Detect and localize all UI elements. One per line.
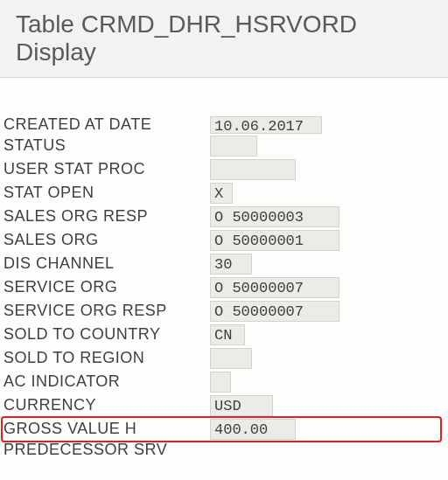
field-value[interactable]: O 50000001 bbox=[210, 230, 340, 251]
field-value[interactable] bbox=[210, 348, 252, 369]
field-row-created-at-date: CREATED AT DATE 10.06.2017 bbox=[0, 115, 448, 134]
field-row-dis-channel: DIS CHANNEL 30 bbox=[0, 252, 448, 275]
field-value[interactable] bbox=[210, 136, 257, 157]
field-row-status: STATUS bbox=[0, 134, 448, 157]
field-row-ac-indicator: AC INDICATOR bbox=[0, 370, 448, 393]
field-row-service-org-resp: SERVICE ORG RESP O 50000007 bbox=[0, 299, 448, 323]
field-value[interactable]: O 50000003 bbox=[210, 206, 340, 227]
field-label: USER STAT PROC bbox=[4, 160, 210, 178]
field-row-predecessor-srv: PREDECESSOR SRV bbox=[0, 441, 448, 456]
field-value[interactable]: USD bbox=[210, 395, 273, 416]
field-label: DIS CHANNEL bbox=[4, 254, 210, 273]
field-value[interactable]: 30 bbox=[210, 254, 252, 275]
field-label: CURRENCY bbox=[4, 396, 210, 414]
field-list: CREATED AT DATE 10.06.2017 STATUS USER S… bbox=[0, 115, 448, 456]
field-row-sold-to-country: SOLD TO COUNTRY CN bbox=[0, 323, 448, 346]
field-row-stat-open: STAT OPEN X bbox=[0, 181, 448, 205]
field-label: GROSS VALUE H bbox=[4, 420, 210, 438]
field-label: CREATED AT DATE bbox=[4, 115, 210, 134]
field-value[interactable]: 400.00 bbox=[210, 419, 296, 440]
field-label: STAT OPEN bbox=[4, 184, 210, 202]
field-label: SOLD TO REGION bbox=[4, 349, 210, 367]
field-row-gross-value-h: GROSS VALUE H 400.00 bbox=[0, 417, 448, 441]
field-value[interactable]: CN bbox=[210, 324, 245, 345]
title-bar: Table CRMD_DHR_HSRVORD Display bbox=[0, 0, 448, 78]
field-value[interactable]: O 50000007 bbox=[210, 277, 340, 298]
field-row-user-stat-proc: USER STAT PROC bbox=[0, 157, 448, 181]
field-label: SOLD TO COUNTRY bbox=[4, 325, 210, 344]
field-label: SALES ORG bbox=[4, 231, 210, 249]
field-row-currency: CURRENCY USD bbox=[0, 393, 448, 417]
page-title: Table CRMD_DHR_HSRVORD Display bbox=[16, 10, 432, 66]
field-value[interactable] bbox=[210, 372, 231, 393]
field-value[interactable]: 10.06.2017 bbox=[210, 116, 322, 134]
field-row-sales-org-resp: SALES ORG RESP O 50000003 bbox=[0, 205, 448, 228]
field-row-sold-to-region: SOLD TO REGION bbox=[0, 346, 448, 370]
field-label: SERVICE ORG RESP bbox=[4, 302, 210, 320]
field-row-sales-org: SALES ORG O 50000001 bbox=[0, 228, 448, 252]
field-label: STATUS bbox=[4, 136, 210, 155]
field-row-service-org: SERVICE ORG O 50000007 bbox=[0, 275, 448, 299]
field-label: AC INDICATOR bbox=[4, 372, 210, 391]
field-value[interactable]: X bbox=[210, 183, 233, 204]
field-label: PREDECESSOR SRV bbox=[4, 441, 210, 456]
field-value[interactable] bbox=[210, 159, 296, 180]
field-label: SERVICE ORG bbox=[4, 278, 210, 296]
field-value[interactable]: O 50000007 bbox=[210, 301, 340, 322]
field-label: SALES ORG RESP bbox=[4, 207, 210, 226]
